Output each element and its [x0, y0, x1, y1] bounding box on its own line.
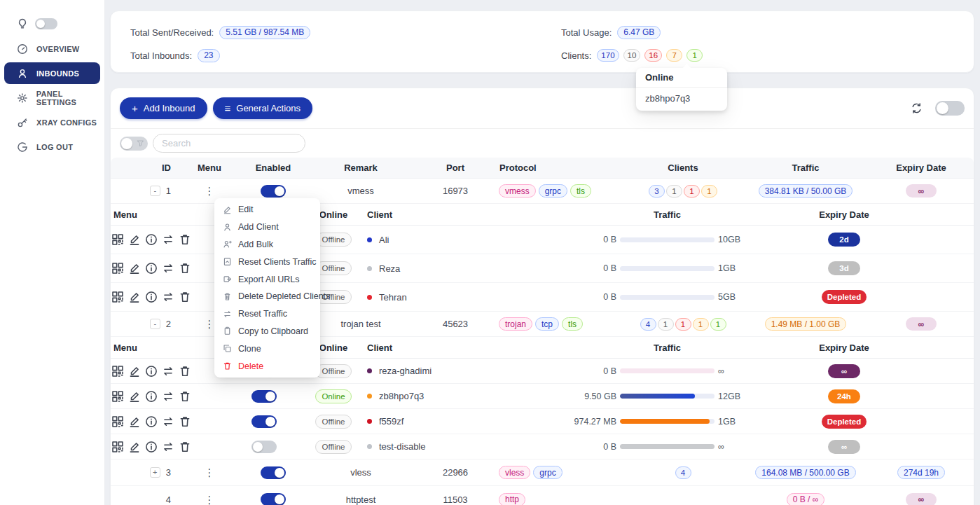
menu-item-add-bulk[interactable]: Add Bulk — [214, 236, 320, 254]
edit-icon[interactable] — [128, 365, 141, 378]
online-status: Offline — [315, 415, 351, 429]
key-icon — [17, 117, 28, 128]
menu-item-clone[interactable]: Clone — [214, 340, 320, 357]
info-icon[interactable] — [145, 365, 158, 378]
enabled-toggle[interactable] — [261, 466, 286, 479]
reset-traffic-icon[interactable] — [162, 233, 174, 246]
info-icon[interactable] — [145, 390, 158, 403]
reset-traffic-icon[interactable] — [162, 291, 174, 303]
traffic-limit: 12GB — [718, 392, 770, 401]
info-icon[interactable] — [145, 291, 158, 303]
reset-traffic-icon[interactable] — [162, 390, 174, 403]
edit-icon[interactable] — [128, 390, 141, 403]
protocol-tag: vless — [499, 466, 530, 479]
clients-deactive-badge[interactable]: 10 — [623, 49, 641, 62]
row-menu-button[interactable]: ⋮ — [205, 494, 215, 505]
protocol-tag: http — [499, 493, 525, 505]
delete-client-icon[interactable] — [179, 262, 191, 275]
edit-icon[interactable] — [128, 262, 141, 275]
client-name: test-disable — [379, 441, 425, 452]
menu-item-copy-to-clipboard[interactable]: Copy to Clipboard — [214, 323, 320, 340]
menu-item-edit[interactable]: Edit — [214, 201, 320, 219]
delete-client-icon[interactable] — [179, 365, 191, 378]
enabled-toggle[interactable] — [261, 185, 286, 198]
menu-item-add-client[interactable]: Add Client — [214, 219, 320, 236]
row-menu-button[interactable]: ⋮ — [205, 467, 215, 478]
reset-traffic-icon[interactable] — [162, 415, 174, 428]
traffic-bar — [620, 266, 715, 271]
filter-toggle[interactable] — [120, 137, 148, 151]
traffic-badge: 1.49 MB / 1.00 GB — [765, 317, 847, 331]
stats-right: Total Usage: 6.47 GB Clients: 170 10 16 … — [561, 25, 703, 62]
edit-icon — [223, 205, 232, 214]
client-expiry-badge: ∞ — [828, 440, 860, 454]
sidebar-item-inbounds[interactable]: INBOUNDS — [4, 62, 100, 84]
qrcode-icon[interactable] — [111, 441, 124, 453]
add-inbound-button[interactable]: + Add Inbound — [120, 97, 207, 119]
traffic-used: 974.27 MB — [565, 417, 616, 427]
client-enable-toggle[interactable] — [251, 441, 277, 453]
expand-button[interactable]: + — [150, 467, 160, 478]
edit-icon[interactable] — [128, 233, 141, 246]
qrcode-icon[interactable] — [111, 415, 124, 428]
edit-icon[interactable] — [128, 441, 141, 453]
client-dot — [367, 444, 372, 449]
delete-client-icon[interactable] — [179, 291, 191, 303]
menu-item-export-all-urls[interactable]: Export All URLs — [214, 270, 320, 288]
search-input[interactable] — [153, 134, 305, 153]
client-enable-toggle[interactable] — [251, 390, 277, 403]
refresh-button[interactable] — [911, 102, 923, 114]
total-usage-label: Total Usage: — [561, 27, 612, 38]
delete-client-icon[interactable] — [179, 390, 191, 403]
collapse-button[interactable]: - — [150, 319, 160, 329]
clients-expiring-badge[interactable]: 7 — [666, 49, 682, 62]
qrcode-icon[interactable] — [111, 390, 124, 403]
clients-depleted-badge[interactable]: 16 — [644, 49, 662, 62]
edit-icon[interactable] — [128, 291, 141, 303]
menu-item-reset-traffic[interactable]: Reset Traffic — [214, 305, 320, 323]
collapse-button[interactable]: - — [150, 186, 160, 196]
traffic-limit: 5GB — [718, 292, 770, 302]
general-actions-button[interactable]: ≡ General Actions — [213, 97, 313, 119]
client-dot — [367, 368, 372, 373]
delete-client-icon[interactable] — [179, 233, 191, 246]
remark: httptest — [308, 486, 413, 505]
info-icon[interactable] — [145, 441, 158, 453]
sidebar-item-xray-configs[interactable]: XRAY CONFIGS — [0, 110, 104, 134]
delete-client-icon[interactable] — [179, 415, 191, 428]
traffic-bar — [620, 368, 715, 373]
sidebar-item-logout[interactable]: LOG OUT — [0, 134, 104, 159]
menu-item-reset-clients-traffic[interactable]: Reset Clients Traffic — [214, 253, 320, 270]
copy-icon — [223, 344, 232, 353]
delete-client-icon[interactable] — [179, 441, 191, 453]
col-id: ID — [111, 158, 181, 178]
row-menu-button[interactable]: ⋮ — [205, 319, 215, 329]
qrcode-icon[interactable] — [111, 291, 124, 303]
client-count-badge: 4 — [675, 466, 691, 479]
qrcode-icon[interactable] — [111, 365, 124, 378]
edit-icon[interactable] — [128, 415, 141, 428]
sidebar-item-panel-settings[interactable]: PANEL SETTINGS — [0, 85, 104, 110]
menu-item-delete-depleted-clients[interactable]: Delete Depleted Clients — [214, 288, 320, 305]
total-inbounds-value: 23 — [198, 49, 219, 62]
port: 16973 — [413, 179, 497, 203]
row-menu-button[interactable]: ⋮ — [205, 186, 215, 196]
reset-traffic-icon[interactable] — [162, 262, 174, 275]
info-icon[interactable] — [145, 415, 158, 428]
expiry-badge: ∞ — [906, 493, 937, 505]
sidebar-item-overview[interactable]: OVERVIEW — [0, 36, 104, 61]
enabled-toggle[interactable] — [261, 493, 286, 505]
auto-refresh-toggle[interactable] — [935, 101, 965, 116]
menu-item-delete[interactable]: Delete — [214, 357, 320, 375]
info-icon[interactable] — [145, 262, 158, 275]
traffic-bar — [620, 444, 715, 449]
client-enable-toggle[interactable] — [251, 415, 277, 428]
theme-toggle[interactable] — [35, 18, 57, 29]
qrcode-icon[interactable] — [111, 262, 124, 275]
clients-total-badge[interactable]: 170 — [597, 49, 619, 62]
qrcode-icon[interactable] — [111, 233, 124, 246]
reset-traffic-icon[interactable] — [162, 365, 174, 378]
info-icon[interactable] — [145, 233, 158, 246]
reset-traffic-icon[interactable] — [162, 441, 174, 453]
clients-online-badge[interactable]: 1 — [686, 49, 703, 62]
